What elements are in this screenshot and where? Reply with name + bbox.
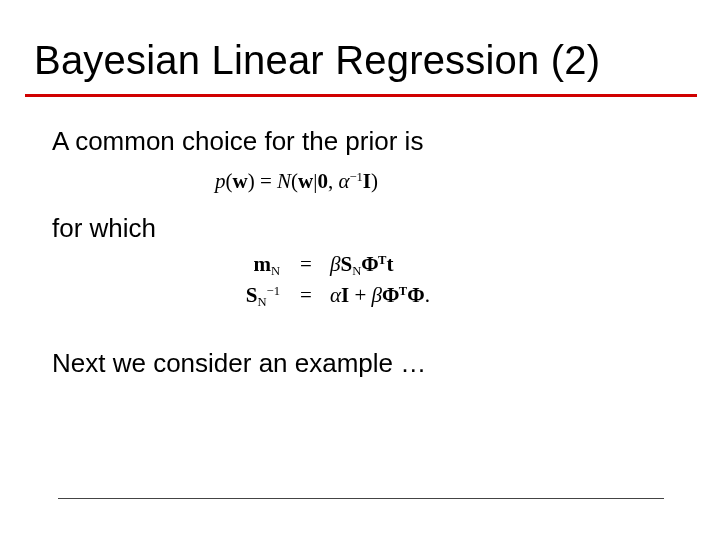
title-underline [25,94,697,97]
eq-prior-zero: 0 [317,169,328,193]
eq-prior-identity: I [363,169,371,193]
eq-prior-normal: N [277,169,291,193]
body-line-1: A common choice for the prior is [52,126,423,157]
equation-prior: p(w) = N(w|0, α−1I) [215,169,378,194]
eq-prior-neg1: −1 [349,170,362,184]
eq-prior-w: w [233,169,248,193]
body-line-3: Next we consider an example … [52,348,426,379]
slide-title: Bayesian Linear Regression (2) [34,38,600,83]
body-line-2: for which [52,213,156,244]
eq-prior-p: p [215,169,226,193]
eq-prior-alpha: α [338,169,349,193]
slide: Bayesian Linear Regression (2) A common … [0,0,720,540]
footer-rule [58,498,664,499]
